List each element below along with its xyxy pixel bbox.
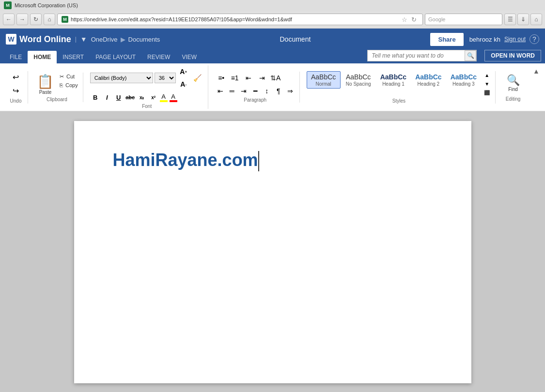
- open-in-word-button[interactable]: OPEN IN WORD: [484, 50, 541, 61]
- paragraph-group-label: Paragraph: [244, 97, 266, 103]
- tell-me-input-container[interactable]: 🔍: [367, 50, 477, 61]
- home-button[interactable]: ⌂: [44, 14, 55, 25]
- paragraph-row2: ⇤ ═ ⇥ ━ ↕ ¶ ⇒: [215, 86, 296, 96]
- word-icon: W: [6, 34, 16, 45]
- browser-home2-btn[interactable]: ⌂: [530, 14, 542, 25]
- address-favicon: M: [62, 16, 68, 23]
- undo-group: ↩ ↪ Undo: [4, 71, 28, 104]
- breadcrumb-onedrive[interactable]: OneDrive: [91, 36, 118, 43]
- tab-file[interactable]: FILE: [4, 51, 28, 63]
- style-no-spacing-preview: AaBbCc: [346, 73, 371, 81]
- reload-button[interactable]: ↻: [30, 14, 42, 25]
- font-color-icon: A: [171, 93, 175, 100]
- document-content[interactable]: HamiRayane.com: [113, 150, 433, 171]
- justify-button[interactable]: ━: [250, 86, 261, 96]
- back-button[interactable]: ←: [3, 14, 15, 25]
- highlight-button[interactable]: A: [160, 93, 168, 102]
- bidi-ltr-button[interactable]: ⇒: [285, 86, 296, 96]
- style-heading2[interactable]: AaBbCc Heading 2: [411, 72, 445, 89]
- tab-insert[interactable]: INSERT: [57, 51, 90, 63]
- share-button[interactable]: Share: [430, 33, 463, 46]
- tab-page-layout[interactable]: PAGE LAYOUT: [90, 51, 141, 63]
- cut-button[interactable]: ✂ Cut: [58, 73, 80, 81]
- document-page[interactable]: HamiRayane.com: [74, 121, 471, 383]
- align-left-button[interactable]: ⇤: [215, 86, 226, 96]
- redo-button[interactable]: ↪: [10, 85, 22, 97]
- editing-group: 🔍 Find Editing: [498, 73, 528, 102]
- header-divider: |: [75, 36, 77, 43]
- style-no-spacing[interactable]: AaBbCc No Spacing: [342, 72, 375, 89]
- bookmark-icon[interactable]: ☆: [402, 16, 407, 23]
- paste-label: Paste: [39, 90, 52, 95]
- help-button[interactable]: ?: [529, 34, 539, 44]
- ribbon-collapse-button[interactable]: ▲: [531, 67, 541, 75]
- tab-home[interactable]: HOME: [28, 51, 57, 63]
- tell-me-input[interactable]: [368, 50, 465, 61]
- styles-gallery: AaBbCc Normal AaBbCc No Spacing AaBbCc H…: [307, 71, 481, 89]
- show-formatting-button[interactable]: ¶: [273, 86, 284, 96]
- styles-scroll-up[interactable]: ▲: [483, 71, 491, 80]
- font-color-button[interactable]: A: [170, 93, 177, 102]
- styles-group-label: Styles: [392, 98, 405, 104]
- bold-button[interactable]: B: [90, 92, 101, 103]
- undo-button[interactable]: ↩: [10, 71, 22, 84]
- browser-titlebar: M Microsoft Corporation (US): [0, 0, 545, 11]
- ribbon-tabs-bar: FILE HOME INSERT PAGE LAYOUT REVIEW VIEW…: [0, 50, 545, 63]
- refresh-icon[interactable]: ↻: [411, 16, 417, 23]
- decrease-font-size-button[interactable]: A-: [177, 78, 190, 90]
- style-heading2-name: Heading 2: [418, 81, 440, 87]
- underline-button[interactable]: U: [113, 92, 124, 103]
- decrease-indent-button[interactable]: ⇤: [242, 72, 255, 84]
- align-right-button[interactable]: ⇥: [238, 86, 249, 96]
- increase-font-size-button[interactable]: A+: [177, 65, 190, 78]
- tell-me-search-icon[interactable]: 🔍: [465, 50, 476, 61]
- bullet-list-button[interactable]: ≡•: [215, 72, 228, 84]
- tell-me-area: 🔍 OPEN IN WORD: [367, 50, 541, 61]
- font-family-select[interactable]: Calibri (Body): [90, 73, 153, 83]
- numbered-list-button[interactable]: ≡1: [229, 72, 241, 84]
- style-normal[interactable]: AaBbCc Normal: [307, 71, 341, 89]
- clipboard-group: 📋 Paste ✂ Cut ⎘ Copy Clipboard: [31, 73, 83, 102]
- username: behrooz kh: [469, 36, 500, 43]
- style-heading2-preview: AaBbCc: [415, 73, 441, 81]
- styles-more-buttons: ▲ ▼ ⬛: [483, 71, 491, 97]
- browser-downloads-btn[interactable]: ⇓: [517, 14, 529, 25]
- find-button[interactable]: 🔍 Find: [504, 73, 523, 93]
- browser-menu-btn[interactable]: ☰: [504, 14, 516, 25]
- italic-button[interactable]: I: [102, 92, 112, 103]
- superscript-button[interactable]: x²: [148, 92, 159, 103]
- copy-label: Copy: [65, 82, 78, 88]
- styles-scroll-down[interactable]: ▼: [483, 80, 491, 89]
- style-heading1-preview: AaBbCc: [380, 73, 406, 81]
- document-area: HamiRayane.com: [0, 111, 545, 392]
- copy-button[interactable]: ⎘ Copy: [58, 81, 80, 89]
- paste-icon: 📋: [37, 74, 54, 90]
- tab-review[interactable]: REVIEW: [141, 51, 176, 63]
- increase-indent-button[interactable]: ⇥: [256, 72, 268, 84]
- url-text: https://onedrive.live.com/edit.aspx?resi…: [71, 16, 400, 22]
- paragraph-row1: ≡• ≡1 ⇤ ⇥ ⇅A: [215, 72, 282, 84]
- sort-button[interactable]: ⇅A: [269, 72, 282, 84]
- nav-extras: ☰ ⇓ ⌂: [504, 14, 542, 25]
- font-group: Calibri (Body) 36 A+ A- 🧹 B I U abc x₂ x…: [86, 65, 208, 109]
- search-placeholder: Google: [428, 16, 445, 22]
- tab-view[interactable]: VIEW: [176, 51, 202, 63]
- font-group-label: Font: [142, 104, 152, 109]
- align-center-button[interactable]: ═: [227, 86, 237, 96]
- subscript-button[interactable]: x₂: [137, 92, 147, 103]
- search-area[interactable]: Google: [425, 14, 502, 25]
- clear-formatting-button[interactable]: 🧹: [191, 72, 204, 84]
- header-dropdown[interactable]: ▼: [80, 35, 87, 43]
- breadcrumb-documents[interactable]: Documents: [128, 36, 160, 43]
- paste-button[interactable]: 📋 Paste: [34, 73, 57, 96]
- font-size-select[interactable]: 36: [155, 73, 176, 83]
- address-bar[interactable]: M https://onedrive.live.com/edit.aspx?re…: [57, 14, 423, 25]
- style-heading3[interactable]: AaBbCc Heading 3: [447, 72, 481, 89]
- font-row2: B I U abc x₂ x² A A: [90, 92, 177, 103]
- strikethrough-button[interactable]: abc: [125, 92, 136, 103]
- styles-more-button[interactable]: ⬛: [483, 89, 491, 97]
- forward-button[interactable]: →: [16, 14, 28, 25]
- style-heading1[interactable]: AaBbCc Heading 1: [376, 72, 410, 89]
- line-spacing-button[interactable]: ↕: [262, 86, 272, 96]
- sign-out-link[interactable]: Sign out: [504, 36, 526, 43]
